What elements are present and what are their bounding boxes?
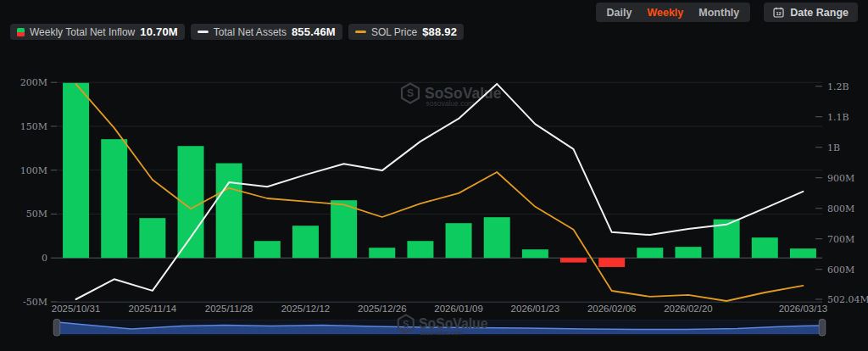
- right-axis-label: 502.04M: [827, 294, 868, 305]
- datazoom-slider[interactable]: SSoSoValuesosovalue.com: [53, 315, 826, 337]
- x-axis-label: 2026/01/09: [434, 304, 483, 314]
- right-axis-label: 800M: [827, 203, 854, 214]
- bar-2025/10/31[interactable]: [63, 83, 89, 258]
- axes: 200M150M100M50M0-50M1.2B1.1B1B900M800M70…: [20, 77, 868, 308]
- chart-canvas: 200M150M100M50M0-50M1.2B1.1B1B900M800M70…: [0, 0, 868, 351]
- x-axis-label: 2025/11/28: [205, 304, 253, 314]
- left-axis-label: 50M: [26, 209, 47, 220]
- svg-text:SoSoValue: SoSoValue: [419, 316, 488, 331]
- bar-2026/03/13[interactable]: [790, 248, 816, 258]
- bar-2025/11/07[interactable]: [101, 139, 127, 258]
- right-axis-label: 900M: [827, 173, 854, 184]
- slider-handle-right[interactable]: [819, 320, 826, 337]
- slider-handle-left[interactable]: [53, 320, 60, 337]
- x-axis-label: 2026/03/13: [779, 304, 828, 314]
- svg-text:sosovalue.com: sosovalue.com: [426, 99, 475, 108]
- bar-2026/01/16[interactable]: [484, 217, 510, 258]
- x-axis-label: 2025/10/31: [52, 304, 101, 314]
- svg-text:S: S: [403, 319, 409, 329]
- left-axis-label: 0: [42, 253, 47, 264]
- x-axis-label: 2026/01/23: [511, 304, 560, 314]
- sosovalue-watermark: SSoSoValuesosovalue.com: [402, 84, 502, 109]
- inflow-bars[interactable]: [63, 83, 816, 267]
- bar-2025/12/19[interactable]: [331, 200, 357, 258]
- svg-text:sosovalue.com: sosovalue.com: [420, 329, 463, 337]
- x-axis-label: 2026/02/06: [587, 304, 637, 314]
- x-axis-label: 2025/11/14: [129, 304, 177, 314]
- bar-2025/12/05[interactable]: [254, 241, 281, 258]
- bar-2026/01/23[interactable]: [522, 249, 548, 258]
- x-axis-label: 2026/02/20: [664, 304, 713, 314]
- right-axis-label: 600M: [827, 265, 854, 276]
- x-axis-label: 2025/12/12: [281, 304, 331, 314]
- bar-2026/02/13[interactable]: [637, 248, 663, 258]
- bar-2026/01/09[interactable]: [446, 223, 472, 258]
- left-axis-label: 150M: [20, 121, 47, 132]
- bar-2026/03/06[interactable]: [752, 237, 778, 258]
- right-axis-label: 700M: [827, 234, 854, 245]
- bar-2026/02/20[interactable]: [675, 247, 701, 258]
- x-axis-label: 2025/12/26: [358, 304, 407, 314]
- left-axis-label: -50M: [23, 297, 47, 308]
- bar-2025/11/28[interactable]: [216, 164, 242, 259]
- bar-2025/12/12[interactable]: [292, 226, 319, 258]
- svg-text:S: S: [407, 87, 414, 99]
- left-axis-label: 100M: [20, 165, 47, 176]
- left-axis-label: 200M: [20, 77, 47, 88]
- right-axis-label: 1.1B: [827, 112, 849, 123]
- right-axis-label: 1.2B: [827, 81, 849, 92]
- bar-2026/01/02[interactable]: [407, 241, 433, 258]
- right-axis-label: 1B: [827, 142, 840, 153]
- sol-etf-flow-dashboard: Daily Weekly Monthly 12 Date Range Weekl…: [0, 0, 868, 351]
- bar-2025/12/26[interactable]: [369, 248, 395, 258]
- x-axis-labels: 2025/10/312025/11/142025/11/282025/12/12…: [52, 304, 827, 314]
- bar-2026/01/30[interactable]: [560, 258, 587, 262]
- bar-2026/02/06[interactable]: [598, 258, 625, 267]
- bar-2025/11/14[interactable]: [139, 218, 165, 258]
